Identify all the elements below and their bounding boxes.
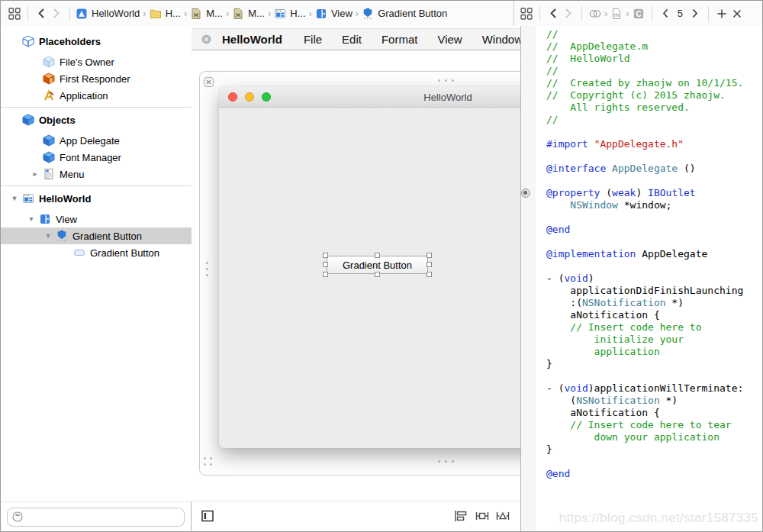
menu-app-name[interactable]: HelloWorld	[222, 33, 282, 46]
drag-handle-dot[interactable]	[445, 79, 447, 82]
drag-handle-dot[interactable]	[452, 460, 454, 463]
drag-handle-dot[interactable]	[438, 79, 440, 82]
sidebar-row-label: Font Manager	[60, 152, 121, 163]
menu-item[interactable]: Window	[482, 33, 520, 46]
menu-icon	[43, 168, 55, 180]
code-line: // Insert code here to	[546, 321, 743, 334]
toolbar-divider	[539, 6, 540, 21]
sidebar-row[interactable]: ▾Gradient Button	[1, 227, 192, 244]
drag-handle-dot[interactable]	[206, 274, 208, 276]
breadcrumb-item[interactable]: View	[315, 8, 353, 20]
sidebar-row-label: Objects	[39, 114, 76, 126]
back-button[interactable]	[546, 8, 561, 19]
sidebar-row[interactable]: Objects	[1, 111, 192, 128]
drag-handle-dot[interactable]	[204, 457, 206, 459]
filter-input[interactable]	[24, 509, 184, 524]
watermark: https://blog.csdn.net/star1587335	[559, 511, 758, 526]
breadcrumb-item[interactable]: H...	[274, 8, 305, 20]
svg-text:C: C	[636, 9, 641, 18]
menu-item[interactable]: Format	[382, 33, 418, 46]
breadcrumb-item-label: Gradient Button	[378, 8, 447, 19]
jump-item[interactable]: C	[631, 4, 646, 24]
align-button[interactable]	[453, 509, 468, 523]
resize-handle[interactable]	[427, 272, 432, 277]
breadcrumb-item[interactable]: HelloWorld	[76, 8, 140, 20]
close-assistant-editor-button[interactable]	[729, 8, 745, 20]
back-button[interactable]	[34, 8, 49, 19]
code-line: - (void)	[546, 272, 743, 285]
jump-item[interactable]	[588, 4, 603, 24]
drag-handle-dot[interactable]	[210, 457, 212, 459]
drag-handle-dot[interactable]	[438, 460, 440, 463]
forward-button[interactable]	[49, 8, 64, 19]
drag-handle-dot[interactable]	[206, 268, 208, 270]
drag-handle-dot[interactable]	[452, 79, 454, 82]
toolbar-divider	[581, 6, 582, 21]
close-traffic-light	[228, 92, 237, 102]
next-counterpart-button[interactable]	[687, 8, 703, 18]
drag-handle-dot[interactable]	[445, 460, 447, 463]
mock-window-title: HelloWorld	[391, 92, 505, 103]
resolve-autolayout-button[interactable]	[495, 509, 510, 523]
prev-counterpart-button[interactable]	[658, 8, 673, 18]
drag-handle-dot[interactable]	[206, 262, 208, 264]
menubar-close-icon[interactable]	[201, 34, 212, 45]
resize-handle[interactable]	[427, 253, 432, 258]
filter-field[interactable]	[7, 508, 185, 527]
gradient-button-control[interactable]: Gradient Button	[327, 256, 428, 274]
sidebar-row[interactable]: File's Owner	[1, 53, 192, 70]
related-items-icon[interactable]	[7, 7, 22, 21]
menu-item[interactable]: Edit	[342, 33, 362, 46]
cube-solid-icon	[43, 151, 55, 163]
jump-item[interactable]: m	[609, 4, 624, 24]
outlet-connection-indicator[interactable]	[521, 189, 530, 198]
counterparts-icon	[589, 8, 601, 20]
disclosure-triangle[interactable]: ▸	[30, 166, 40, 182]
breadcrumb-item[interactable]: M...	[190, 8, 223, 20]
sidebar-row[interactable]: Placeholders	[1, 33, 192, 50]
sidebar-row[interactable]: 1First Responder	[1, 70, 192, 87]
pin-constraints-button[interactable]	[475, 509, 490, 523]
disclosure-triangle[interactable]: ▾	[26, 211, 37, 227]
sidebar-row[interactable]: Font Manager	[1, 149, 192, 166]
code-line	[546, 175, 743, 187]
code-line: @interface AppDelegate ()	[546, 163, 743, 175]
sidebar-row[interactable]: ▾View	[1, 211, 192, 227]
sidebar-row[interactable]: Gradient Button	[1, 244, 192, 261]
disclosure-triangle[interactable]: ▾	[9, 190, 20, 207]
breadcrumb-item[interactable]: M...	[232, 8, 265, 20]
breadcrumb-item[interactable]: H...	[150, 8, 181, 20]
jump-bar-right: ›m›C 5	[513, 1, 762, 26]
drag-handle-dot[interactable]	[204, 463, 206, 466]
scene-close-icon[interactable]	[203, 76, 214, 88]
sidebar-row[interactable]: App Delegate	[1, 132, 192, 149]
drag-handle-dot[interactable]	[210, 463, 212, 466]
hide-document-outline-button[interactable]	[201, 509, 214, 523]
resize-handle[interactable]	[375, 253, 380, 258]
window-scene-container[interactable]: HelloWorld Gradient Button	[199, 71, 520, 476]
sidebar-row[interactable]: ▸Menu	[1, 166, 192, 182]
interface-builder-canvas[interactable]: HelloWorld FileEditFormatViewWindow	[192, 26, 520, 531]
related-items-icon[interactable]	[519, 7, 534, 21]
menu-item[interactable]: View	[437, 33, 462, 46]
breadcrumb-item[interactable]: Gradient Button	[362, 8, 447, 20]
resize-handle[interactable]	[427, 262, 432, 267]
resize-handle[interactable]	[323, 253, 328, 258]
add-assistant-editor-button[interactable]	[714, 8, 729, 20]
disclosure-triangle[interactable]: ▾	[43, 227, 53, 244]
breadcrumb-separator: ›	[626, 8, 629, 19]
code-line	[546, 456, 743, 468]
xcode-window: HelloWorld›H...›M...›M...›H...›View›Grad…	[0, 0, 763, 532]
mock-app-window[interactable]: HelloWorld Gradient Button	[219, 87, 520, 448]
source-code[interactable]: //// AppDelegate.m// HelloWorld//// Crea…	[546, 28, 743, 480]
menu-item[interactable]: File	[304, 33, 322, 46]
sidebar-row[interactable]: Application	[1, 87, 192, 104]
resize-handle[interactable]	[323, 262, 328, 267]
sidebar-row[interactable]: ▾HelloWorld	[1, 190, 192, 207]
zoom-traffic-light	[262, 92, 271, 102]
assistant-editor[interactable]: //// AppDelegate.m// HelloWorld//// Crea…	[520, 26, 762, 531]
resize-handle[interactable]	[323, 272, 328, 277]
forward-button[interactable]	[561, 8, 576, 19]
resize-handle[interactable]	[375, 272, 380, 277]
button-cell-icon	[73, 247, 85, 259]
